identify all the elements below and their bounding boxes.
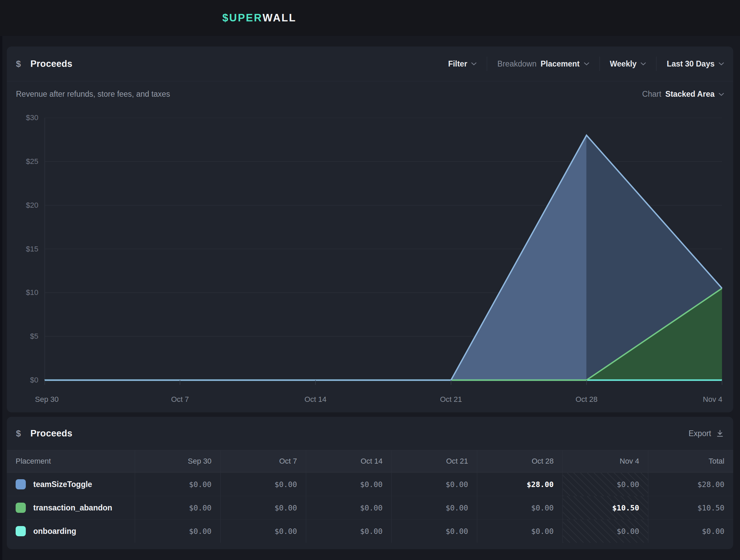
y-tick-label: $25: [7, 157, 38, 166]
breakdown-dropdown[interactable]: Breakdown Placement: [487, 59, 599, 69]
value-text: $0.00: [531, 504, 554, 512]
value-cell: $0.00: [220, 472, 306, 496]
value-cell: $0.00: [648, 519, 733, 543]
placement-cell: onboarding: [7, 519, 135, 543]
column-header-nov-4: Nov 4: [562, 450, 648, 472]
placement-cell: transaction_abandon: [7, 496, 135, 519]
table-row-onboarding[interactable]: onboarding$0.00$0.00$0.00$0.00$0.00$0.00…: [7, 519, 733, 543]
chevron-down-icon: [471, 62, 477, 66]
value-cell: $0.00: [391, 519, 477, 543]
placement-cell: teamSizeToggle: [7, 472, 135, 496]
value-text: $0.00: [275, 480, 297, 489]
value-text: $0.00: [446, 480, 468, 489]
breakdown-value: Placement: [540, 59, 579, 69]
y-tick-label: $15: [7, 244, 38, 254]
date-range-dropdown[interactable]: Last 30 Days: [656, 59, 724, 69]
export-label: Export: [689, 429, 711, 438]
column-header-sep-30: Sep 30: [135, 450, 220, 472]
table-row-transaction_abandon[interactable]: transaction_abandon$0.00$0.00$0.00$0.00$…: [7, 496, 733, 519]
plot-area: [44, 118, 722, 385]
column-header-placement: Placement: [7, 450, 135, 472]
column-header-oct-28: Oct 28: [477, 450, 562, 472]
y-tick-label: $5: [7, 332, 38, 341]
value-cell: $0.00: [135, 519, 220, 543]
proceeds-table: PlacementSep 30Oct 7Oct 14Oct 21Oct 28No…: [7, 450, 733, 543]
x-tick-label: Oct 28: [575, 395, 597, 404]
stacked-area-chart[interactable]: [44, 118, 722, 385]
x-axis-labels: Sep 30Oct 7Oct 14Oct 21Oct 28Nov 4: [44, 395, 722, 407]
date-range-value: Last 30 Days: [667, 59, 715, 69]
logo-accent: $UPER: [222, 12, 262, 24]
x-tick-label: Oct 7: [171, 395, 189, 404]
value-text: $0.00: [617, 480, 639, 489]
table-card-title: Proceeds: [30, 428, 72, 439]
y-tick-label: $10: [7, 288, 38, 297]
top-bar: $UPERWALL: [0, 0, 740, 36]
column-header-oct-7: Oct 7: [220, 450, 306, 472]
value-cell: $0.00: [562, 519, 648, 543]
chevron-down-icon: [719, 93, 724, 96]
value-cell: $0.00: [220, 496, 306, 519]
column-header-total: Total: [648, 450, 733, 472]
chevron-down-icon: [641, 62, 646, 66]
value-cell: $0.00: [477, 519, 562, 543]
chevron-down-icon: [584, 62, 589, 66]
table-row-teamSizeToggle[interactable]: teamSizeToggle$0.00$0.00$0.00$0.00$28.00…: [7, 472, 733, 496]
value-text: $0.00: [275, 527, 297, 536]
chart-card-title: Proceeds: [30, 59, 72, 69]
value-text: $10.50: [612, 504, 639, 512]
value-cell: $0.00: [306, 496, 391, 519]
y-axis-labels: $30$25$20$15$10$5$0: [7, 118, 38, 380]
proceeds-chart-card: $ Proceeds Filter Breakdown Placement We…: [7, 46, 733, 412]
value-text: $0.00: [617, 527, 639, 536]
dollar-icon: $: [16, 59, 21, 69]
area-teamsizetoggle-complete: [44, 135, 587, 380]
value-cell: $0.00: [306, 519, 391, 543]
column-header-oct-14: Oct 14: [306, 450, 391, 472]
download-icon: [716, 429, 724, 437]
export-button[interactable]: Export: [689, 429, 724, 438]
value-text: $0.00: [446, 527, 468, 536]
value-text: $0.00: [275, 504, 297, 512]
chart-type-value: Stacked Area: [665, 90, 715, 99]
placement-name: transaction_abandon: [33, 503, 112, 512]
dollar-icon: $: [16, 428, 21, 439]
series-color-swatch: [16, 479, 26, 489]
chart-subtitle: Revenue after refunds, store fees, and t…: [16, 90, 170, 99]
value-text: $0.00: [189, 480, 211, 489]
value-cell: $28.00: [648, 472, 733, 496]
chart-type-dropdown[interactable]: Chart Stacked Area: [642, 90, 724, 99]
value-text: $0.00: [189, 527, 211, 536]
value-cell: $0.00: [220, 519, 306, 543]
value-text: $0.00: [446, 504, 468, 512]
value-cell: $0.00: [135, 472, 220, 496]
y-tick-label: $30: [7, 113, 38, 123]
value-cell: $10.50: [648, 496, 733, 519]
value-text: $0.00: [360, 504, 383, 512]
value-text: $0.00: [531, 527, 554, 536]
series-color-swatch: [16, 503, 26, 513]
value-text: $0.00: [702, 527, 724, 536]
filter-label: Filter: [448, 59, 467, 69]
column-header-oct-21: Oct 21: [391, 450, 477, 472]
filter-dropdown[interactable]: Filter: [438, 59, 487, 69]
interval-dropdown[interactable]: Weekly: [600, 59, 656, 69]
value-text: $0.00: [189, 504, 211, 512]
breakdown-label: Breakdown: [497, 59, 536, 69]
value-cell: $0.00: [562, 472, 648, 496]
value-text: $0.00: [360, 480, 383, 489]
x-tick-label: Nov 4: [703, 395, 722, 404]
series-color-swatch: [16, 526, 26, 536]
value-cell: $28.00: [477, 472, 562, 496]
value-cell: $0.00: [477, 496, 562, 519]
value-cell: $10.50: [562, 496, 648, 519]
y-tick-label: $0: [7, 375, 38, 385]
x-tick-label: Oct 21: [440, 395, 462, 404]
superwall-logo: $UPERWALL: [222, 0, 296, 36]
table-card-header: $ Proceeds Export: [7, 417, 733, 450]
chart-type-label: Chart: [642, 90, 661, 99]
value-text: $0.00: [360, 527, 383, 536]
placement-name: teamSizeToggle: [33, 480, 92, 489]
value-cell: $0.00: [391, 496, 477, 519]
x-tick-label: Oct 14: [304, 395, 327, 404]
